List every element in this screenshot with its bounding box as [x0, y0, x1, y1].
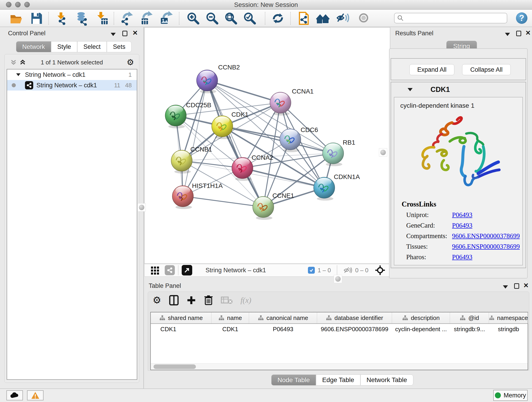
edge-HIST1H1A-CCNE1[interactable]	[183, 196, 263, 207]
crosslink-link[interactable]: P06493	[452, 222, 472, 229]
expand-all-button[interactable]: Expand All	[409, 64, 454, 75]
export-network-button[interactable]	[118, 11, 135, 26]
column-header-databaseidentifier[interactable]: database identifier	[317, 313, 392, 323]
collection-expander-icon[interactable]	[16, 73, 21, 76]
column-header-description[interactable]: description	[392, 313, 450, 323]
column-header-id[interactable]: @id	[450, 313, 489, 323]
cdk1-expander-icon[interactable]	[408, 88, 413, 91]
hide-graphics-details-button[interactable]	[335, 11, 351, 26]
delete-column-icon[interactable]	[204, 295, 213, 306]
string-network-icon	[25, 81, 33, 89]
application-window: Session: New Session ? Control Panel ✕ N…	[0, 0, 532, 402]
help-button[interactable]: ?	[516, 12, 527, 24]
table-panel-float-button[interactable]	[514, 282, 519, 290]
cell-sharedname[interactable]: CDK1	[151, 324, 211, 334]
zoom-in-button[interactable]	[185, 11, 201, 26]
table-panel-menu-button[interactable]	[503, 283, 508, 291]
node-RB1[interactable]: RB1	[323, 139, 355, 166]
column-header-namespace[interactable]: namespace	[489, 313, 528, 323]
fit-selected-icon[interactable]	[375, 265, 385, 275]
edge-CCNB2-CCNA1[interactable]	[207, 80, 280, 103]
network-options-gear-icon[interactable]: ⚙	[127, 57, 134, 67]
table-row[interactable]: CDK1CDK1P064939606.ENSP00000378699cyclin…	[151, 324, 528, 334]
node-label-CDC6: CDC6	[301, 126, 318, 133]
column-header-sharedname[interactable]: shared name	[151, 313, 211, 323]
cloud-status-button[interactable]	[6, 390, 23, 400]
string-network-view-icon[interactable]	[165, 265, 175, 275]
tab-select[interactable]: Select	[77, 41, 107, 52]
tab-network[interactable]: Network	[16, 41, 51, 52]
show-columns-icon[interactable]	[169, 295, 179, 306]
open-session-button[interactable]	[8, 11, 24, 26]
results-panel-float-button[interactable]	[516, 29, 521, 38]
crosslink-link[interactable]: 9606.ENSP00000378699	[452, 243, 520, 250]
control-panel-menu-button[interactable]	[111, 30, 116, 38]
node-CDC25B[interactable]: CDC25B	[165, 102, 211, 128]
create-column-icon[interactable]	[186, 295, 196, 305]
home-button[interactable]	[315, 11, 331, 26]
tab-edge-table[interactable]: Edge Table	[316, 375, 360, 385]
control-panel-float-button[interactable]	[122, 29, 127, 38]
results-panel-close-button[interactable]: ✕	[525, 29, 531, 37]
export-table-button[interactable]	[138, 11, 154, 26]
zoom-selected-button[interactable]	[241, 11, 258, 26]
tab-sets[interactable]: Sets	[107, 41, 132, 52]
control-panel-close-button[interactable]: ✕	[133, 29, 138, 37]
scrollbar-thumb[interactable]	[153, 364, 196, 369]
warnings-button[interactable]	[27, 390, 44, 400]
selected-indicator-checkbox[interactable]	[308, 267, 315, 274]
node-CCNE1[interactable]: CCNE1	[253, 192, 294, 220]
node-table[interactable]: shared name name canonical name database…	[150, 312, 528, 370]
zoom-fit-button[interactable]	[223, 11, 239, 26]
tab-network-table[interactable]: Network Table	[360, 375, 413, 385]
right-splitter-handle[interactable]	[379, 148, 387, 157]
zoom-out-button[interactable]	[204, 11, 220, 26]
cell-id[interactable]: stringdb:9...	[450, 324, 489, 334]
gene-description: cyclin-dependent kinase 1	[400, 102, 475, 109]
tab-style[interactable]: Style	[51, 41, 77, 52]
results-panel-menu-button[interactable]	[505, 30, 510, 38]
crosslink-link[interactable]: 9606.ENSP00000378699	[452, 232, 520, 240]
save-session-button[interactable]	[28, 11, 45, 26]
search-input[interactable]	[404, 15, 500, 22]
network-canvas[interactable]: CCNB2CCNA1CDC25BCDK1CDC6RB1CCNB1CCNA2CDK…	[144, 27, 390, 264]
table-options-gear-icon[interactable]: ⚙	[152, 295, 161, 305]
node-CCNA1[interactable]: CCNA1	[270, 88, 314, 115]
cell-description[interactable]: cyclin-dependent ...	[392, 324, 450, 334]
cell-namespace[interactable]: stringdb	[489, 324, 528, 334]
export-image-button[interactable]	[157, 11, 174, 26]
node-CDKN1A[interactable]: CDKN1A	[314, 173, 360, 201]
birds-eye-button[interactable]	[356, 11, 372, 26]
table-panel-close-button[interactable]: ✕	[523, 281, 529, 290]
table-header-row: shared name name canonical name database…	[151, 313, 528, 324]
network-row[interactable]: String Network – cdk1 11 48	[7, 80, 137, 90]
search-field[interactable]	[394, 13, 507, 23]
import-table-from-file-button[interactable]	[94, 11, 110, 26]
left-splitter-handle[interactable]	[138, 203, 146, 211]
network-selection-summary: 1 of 1 Network selected	[5, 57, 139, 68]
node-label-CCNB1: CCNB1	[190, 146, 212, 153]
network-collection-row[interactable]: String Network – cdk1 1	[7, 70, 137, 80]
column-header-name[interactable]: name	[211, 313, 249, 323]
refresh-button[interactable]	[270, 11, 286, 26]
cell-name[interactable]: CDK1	[211, 324, 249, 334]
crosslink-link[interactable]: P06493	[452, 253, 472, 261]
table-horizontal-scrollbar[interactable]	[151, 363, 528, 370]
string-document-button[interactable]	[295, 11, 312, 26]
import-network-from-database-button[interactable]	[74, 11, 90, 26]
column-tree-icon	[258, 315, 264, 321]
grid-view-icon[interactable]	[151, 266, 160, 275]
network-graph[interactable]: CCNB2CCNA1CDC25BCDK1CDC6RB1CCNB1CCNA2CDK…	[145, 27, 390, 264]
crosslink-link[interactable]: P06493	[452, 211, 472, 219]
edge-CCNB2-HIST1H1A[interactable]	[183, 80, 207, 196]
memory-button[interactable]: Memory	[493, 390, 528, 401]
column-header-canonicalname[interactable]: canonical name	[249, 313, 317, 323]
tab-node-table[interactable]: Node Table	[271, 375, 316, 385]
node-HIST1H1A[interactable]: HIST1H1A	[172, 182, 223, 209]
cell-databaseidentifier[interactable]: 9606.ENSP00000378699	[317, 324, 392, 334]
collapse-all-button[interactable]: Collapse All	[462, 64, 511, 75]
cell-canonicalname[interactable]: P06493	[249, 324, 317, 334]
graphics-details-button[interactable]	[182, 265, 192, 275]
import-network-from-file-button[interactable]	[53, 11, 69, 26]
bottom-splitter-handle[interactable]	[334, 275, 342, 283]
